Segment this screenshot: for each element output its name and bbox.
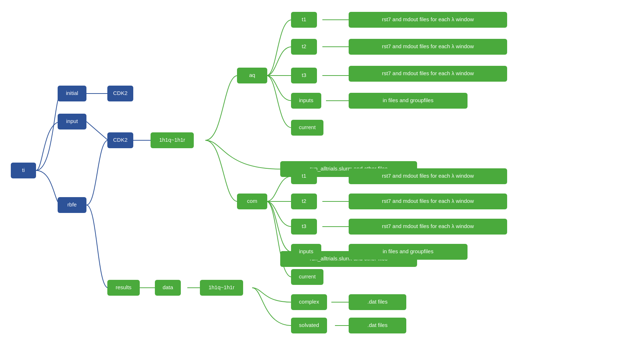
node-rbfe-label: rbfe (67, 201, 77, 208)
node-solvated-label: solvated (299, 322, 319, 328)
leaf-com-inputs-label: in files and groupfiles (383, 248, 434, 254)
node-com-current-label: current (299, 273, 316, 279)
diagram-container: ti initial input rbfe CDK2 CDK2 1h1q~1h1… (0, 0, 644, 341)
node-aq-inputs-label: inputs (299, 97, 313, 103)
node-ti-label: ti (22, 167, 25, 173)
node-com-inputs-label: inputs (299, 248, 313, 254)
leaf-aq-t3-label: rst7 and mdout files for each λ window (382, 70, 474, 76)
leaf-com-t3-label: rst7 and mdout files for each λ window (382, 223, 474, 229)
node-aq-t2-label: t2 (302, 43, 307, 49)
node-1h1q-rbfe-label: 1h1q~1h1r (159, 137, 185, 143)
node-results-label: results (116, 284, 131, 290)
leaf-aq-inputs-label: in files and groupfiles (383, 97, 434, 103)
node-input-label: input (66, 118, 78, 124)
node-com-label: com (247, 198, 257, 204)
node-aq-t1-label: t1 (302, 16, 307, 22)
node-com-t1-label: t1 (302, 173, 307, 179)
leaf-solvated-dat-label: .dat files (367, 322, 388, 328)
node-cdk2-initial-label: CDK2 (113, 90, 128, 96)
svg-line-1 (86, 122, 108, 140)
node-com-t2-label: t2 (302, 198, 307, 204)
leaf-com-t1-label: rst7 and mdout files for each λ window (382, 173, 474, 179)
leaf-com-t2-label: rst7 and mdout files for each λ window (382, 198, 474, 204)
leaf-aq-t1-label: rst7 and mdout files for each λ window (382, 16, 474, 22)
node-com-t3-label: t3 (302, 223, 307, 229)
node-data-label: data (162, 284, 173, 290)
leaf-complex-dat-label: .dat files (367, 299, 388, 305)
leaf-aq-t2-label: rst7 and mdout files for each λ window (382, 43, 474, 49)
node-aq-current-label: current (299, 124, 316, 130)
node-aq-t3-label: t3 (302, 72, 307, 78)
node-1h1q-data-label: 1h1q~1h1r (209, 284, 234, 290)
node-initial-label: initial (66, 90, 78, 96)
node-cdk2-rbfe-label: CDK2 (113, 137, 128, 143)
node-complex-label: complex (299, 299, 319, 305)
node-aq-label: aq (249, 72, 255, 78)
